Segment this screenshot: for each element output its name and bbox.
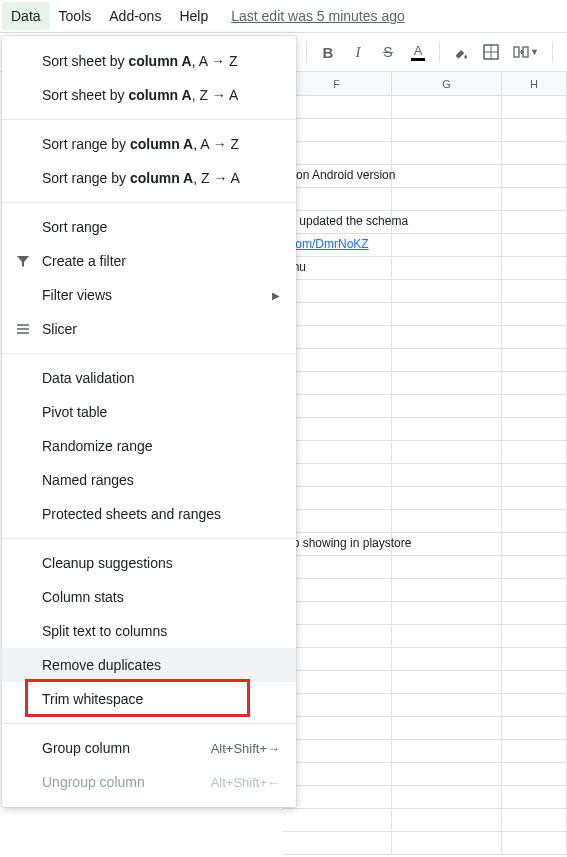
- shortcut-label: Alt+Shift+→: [211, 741, 280, 756]
- filter-icon: [14, 252, 32, 270]
- merge-cells-button[interactable]: ▼: [506, 37, 546, 67]
- text-color-button[interactable]: A: [403, 37, 433, 67]
- cell[interactable]: d: [282, 280, 392, 302]
- menu-cleanup-suggestions[interactable]: Cleanup suggestions: [2, 546, 296, 580]
- menu-separator: [2, 723, 296, 724]
- menu-protected-sheets[interactable]: Protected sheets and ranges: [2, 497, 296, 531]
- menu-create-filter[interactable]: Create a filter: [2, 244, 296, 278]
- cell[interactable]: enu: [282, 257, 392, 279]
- borders-icon: [483, 44, 499, 60]
- menu-sort-range[interactable]: Sort range: [2, 210, 296, 244]
- submenu-arrow-icon: ▶: [272, 290, 280, 301]
- column-headers: F G H: [282, 72, 567, 96]
- cell[interactable]: pp showing in playstore: [282, 533, 392, 555]
- menu-separator: [2, 119, 296, 120]
- fill-color-button[interactable]: [446, 37, 476, 67]
- menu-pivot-table[interactable]: Pivot table: [2, 395, 296, 429]
- menu-tools[interactable]: Tools: [50, 2, 101, 30]
- column-header-g[interactable]: G: [392, 72, 502, 95]
- menu-remove-duplicates[interactable]: Remove duplicates: [2, 648, 296, 682]
- menu-addons[interactable]: Add-ons: [100, 2, 170, 30]
- column-header-h[interactable]: H: [502, 72, 567, 95]
- menu-ungroup-column: Ungroup column Alt+Shift+←: [2, 765, 296, 799]
- svg-rect-3: [514, 47, 519, 57]
- menu-sort-sheet-desc[interactable]: Sort sheet by column A, Z → A: [2, 78, 296, 112]
- menu-data-validation[interactable]: Data validation: [2, 361, 296, 395]
- cell-link[interactable]: .com/DmrNoKZ: [282, 234, 392, 256]
- shortcut-label: Alt+Shift+←: [211, 775, 280, 790]
- menu-help[interactable]: Help: [170, 2, 217, 30]
- cell[interactable]: ut updated the schema: [282, 211, 392, 233]
- menu-sort-sheet-asc[interactable]: Sort sheet by column A, A → Z: [2, 44, 296, 78]
- menu-group-column[interactable]: Group column Alt+Shift+→: [2, 731, 296, 765]
- column-header-f[interactable]: F: [282, 72, 392, 95]
- data-menu-dropdown: Sort sheet by column A, A → Z Sort sheet…: [2, 36, 296, 807]
- borders-button[interactable]: [476, 37, 506, 67]
- slicer-icon: [14, 320, 32, 338]
- toolbar-divider: [306, 41, 307, 63]
- grid-rows: g on Android version ut updated the sche…: [282, 96, 567, 855]
- menubar: Data Tools Add-ons Help Last edit was 5 …: [0, 0, 567, 32]
- menu-randomize-range[interactable]: Randomize range: [2, 429, 296, 463]
- bold-button[interactable]: B: [313, 37, 343, 67]
- menu-named-ranges[interactable]: Named ranges: [2, 463, 296, 497]
- cell[interactable]: g on Android version: [282, 165, 392, 187]
- menu-sort-range-asc[interactable]: Sort range by column A, A → Z: [2, 127, 296, 161]
- italic-button[interactable]: I: [343, 37, 373, 67]
- menu-trim-whitespace[interactable]: Trim whitespace: [2, 682, 296, 716]
- last-edit-link[interactable]: Last edit was 5 minutes ago: [231, 8, 405, 24]
- menu-sort-range-desc[interactable]: Sort range by column A, Z → A: [2, 161, 296, 195]
- paint-bucket-icon: [453, 44, 469, 60]
- chevron-down-icon: ▼: [530, 47, 539, 57]
- menu-split-text[interactable]: Split text to columns: [2, 614, 296, 648]
- menu-separator: [2, 202, 296, 203]
- toolbar-divider: [439, 41, 440, 63]
- menu-separator: [2, 353, 296, 354]
- menu-separator: [2, 538, 296, 539]
- menu-filter-views[interactable]: Filter views ▶: [2, 278, 296, 312]
- menu-column-stats[interactable]: Column stats: [2, 580, 296, 614]
- toolbar-divider: [552, 41, 553, 63]
- menu-data[interactable]: Data: [2, 2, 50, 30]
- menu-slicer[interactable]: Slicer: [2, 312, 296, 346]
- strikethrough-button[interactable]: S: [373, 37, 403, 67]
- merge-icon: [513, 44, 529, 60]
